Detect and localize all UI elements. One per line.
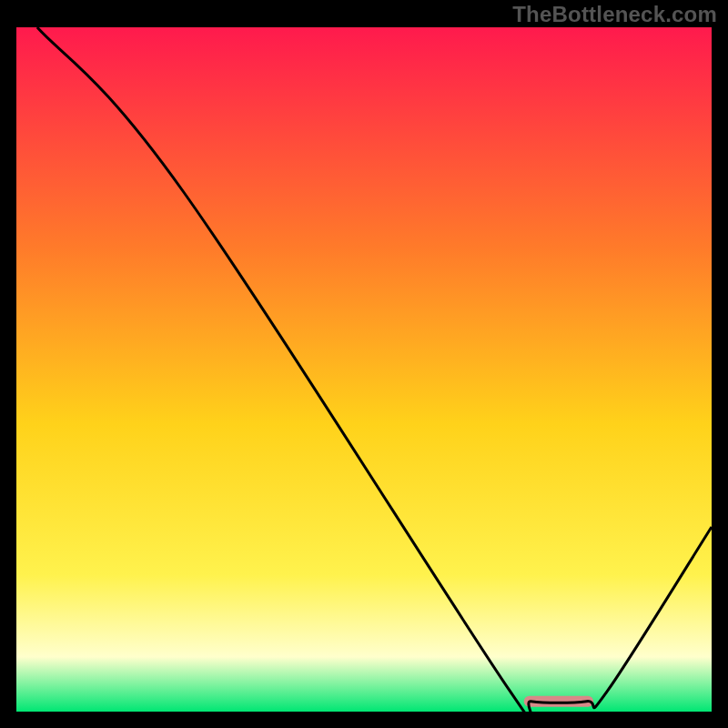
plot-area — [16, 27, 712, 712]
watermark-text: TheBottleneck.com — [512, 2, 717, 27]
chart-frame: TheBottleneck.com — [0, 0, 728, 728]
chart-svg — [16, 27, 712, 712]
gradient-background — [16, 27, 712, 712]
